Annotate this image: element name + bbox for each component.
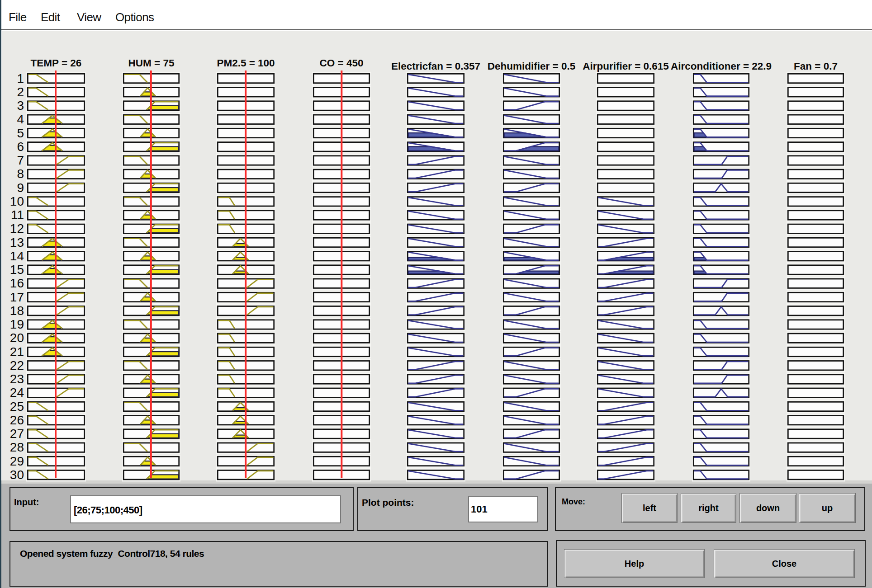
svg-text:26: 26 <box>10 413 24 427</box>
svg-text:16: 16 <box>10 276 24 290</box>
svg-text:6: 6 <box>17 140 24 154</box>
svg-text:1: 1 <box>17 71 24 85</box>
svg-text:11: 11 <box>11 208 24 222</box>
svg-text:2: 2 <box>17 85 24 99</box>
svg-text:Airconditioner = 22.9: Airconditioner = 22.9 <box>671 61 772 72</box>
svg-text:Fan = 0.7: Fan = 0.7 <box>794 61 838 72</box>
svg-text:28: 28 <box>10 440 24 454</box>
svg-text:21: 21 <box>10 345 24 359</box>
svg-text:29: 29 <box>10 454 24 468</box>
svg-text:7: 7 <box>17 153 24 167</box>
svg-text:HUM = 75: HUM = 75 <box>128 57 175 69</box>
svg-text:10: 10 <box>10 194 24 208</box>
svg-text:22: 22 <box>10 358 24 372</box>
svg-text:8: 8 <box>17 167 24 181</box>
svg-text:12: 12 <box>10 221 24 235</box>
svg-text:Dehumidifier = 0.5: Dehumidifier = 0.5 <box>488 61 575 72</box>
svg-text:20: 20 <box>10 331 24 345</box>
svg-text:Airpurifier = 0.615: Airpurifier = 0.615 <box>583 61 669 72</box>
svg-text:18: 18 <box>10 304 24 318</box>
svg-text:19: 19 <box>10 317 24 331</box>
svg-text:25: 25 <box>10 400 24 414</box>
svg-text:Electricfan = 0.357: Electricfan = 0.357 <box>391 61 480 72</box>
svg-text:15: 15 <box>10 263 24 277</box>
svg-text:5: 5 <box>17 126 24 140</box>
svg-text:9: 9 <box>17 181 24 195</box>
svg-text:TEMP = 26: TEMP = 26 <box>31 57 82 69</box>
svg-text:17: 17 <box>10 290 24 304</box>
svg-text:24: 24 <box>10 386 24 400</box>
svg-text:CO = 450: CO = 450 <box>320 57 364 69</box>
svg-text:30: 30 <box>10 468 24 482</box>
svg-text:3: 3 <box>17 99 24 113</box>
svg-text:PM2.5 = 100: PM2.5 = 100 <box>217 57 275 69</box>
svg-text:27: 27 <box>10 427 24 441</box>
svg-text:13: 13 <box>10 235 24 249</box>
svg-text:23: 23 <box>10 372 24 386</box>
svg-text:4: 4 <box>17 112 24 126</box>
svg-text:14: 14 <box>10 249 24 263</box>
